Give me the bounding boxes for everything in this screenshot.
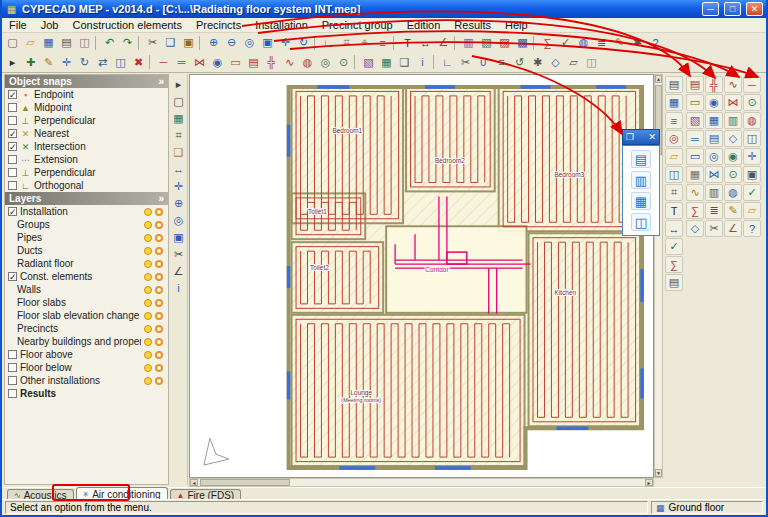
measure-icon[interactable]: ∠ (435, 35, 452, 51)
help-icon[interactable]: ? (647, 35, 664, 51)
evaporator-icon[interactable]: ◉ (724, 148, 742, 165)
emitter-icon[interactable]: ◍ (299, 54, 316, 70)
maximize-button[interactable]: □ (724, 2, 741, 16)
wiring-icon[interactable]: ∿ (686, 184, 704, 201)
layer-visibility-dot[interactable] (155, 221, 163, 229)
layer-color-dot[interactable] (144, 273, 152, 281)
scroll-left-button[interactable]: ◄ (190, 479, 198, 486)
layer-color-dot[interactable] (144, 377, 152, 385)
angle-tool-icon[interactable]: ∠ (171, 263, 187, 279)
layer-checkbox[interactable]: ✓ (8, 207, 17, 216)
drawing-icon[interactable]: ✎ (724, 202, 742, 219)
layer-color-dot[interactable] (144, 286, 152, 294)
layer-manager-icon[interactable]: ≡ (665, 112, 683, 129)
object-snap-row[interactable]: ∟Orthogonal (5, 179, 168, 192)
horizontal-scroll-thumb[interactable] (200, 479, 290, 486)
redraw-icon[interactable]: ↻ (295, 35, 312, 51)
object-snap-row[interactable]: ▲Midpoint (5, 101, 168, 114)
layer-visibility-dot[interactable] (155, 299, 163, 307)
select-icon[interactable]: ▸ (4, 54, 21, 70)
manifold-icon[interactable]: ╬ (263, 54, 280, 70)
unit-option-2-icon[interactable]: ▥ (631, 171, 651, 189)
object-snap-row[interactable]: ⋯Extension (5, 153, 168, 166)
drawing-canvas[interactable]: Bedroom1Bedroom2Bedroom3Toilet1Toilet2Co… (189, 74, 654, 478)
texts-icon[interactable]: T (665, 202, 683, 219)
zone-icon[interactable]: ▧ (686, 112, 704, 129)
check-icon[interactable]: ✓ (557, 35, 574, 51)
layer-visibility-dot[interactable] (155, 247, 163, 255)
precincts-icon[interactable]: ▧ (478, 35, 495, 51)
condenser-icon[interactable]: ◎ (705, 148, 723, 165)
minimize-button[interactable]: ─ (702, 2, 719, 16)
layer-row[interactable]: Groups (5, 218, 168, 231)
layer-row[interactable]: Floor slabs (5, 296, 168, 309)
move-icon[interactable]: ✛ (58, 54, 75, 70)
duct-icon[interactable]: ═ (173, 54, 190, 70)
layer-color-dot[interactable] (144, 234, 152, 242)
check-icon[interactable]: ✓ (743, 184, 761, 201)
layer-color-dot[interactable] (144, 208, 152, 216)
preview-icon[interactable]: ◫ (76, 35, 93, 51)
grid-icon[interactable]: ⌗ (338, 35, 355, 51)
scroll-down-button[interactable]: ▼ (655, 469, 662, 477)
layer-row[interactable]: Ducts (5, 244, 168, 257)
snap-checkbox[interactable]: ✓ (8, 142, 17, 151)
object-snap-row[interactable]: ⊥Perpendicular (5, 114, 168, 127)
sections-icon[interactable]: ▱ (565, 54, 582, 70)
menu-help[interactable]: Help (498, 19, 535, 31)
results-icon[interactable]: ◍ (575, 35, 592, 51)
dimension-tool-icon[interactable]: ↔ (171, 161, 187, 177)
add-element-icon[interactable]: ✚ (22, 54, 39, 70)
radiant-floor-icon[interactable]: ▤ (686, 76, 704, 93)
layer-color-dot[interactable] (144, 351, 152, 359)
thermostat-icon[interactable]: ⊙ (335, 54, 352, 70)
diffuser-icon[interactable]: ◇ (724, 130, 742, 147)
menu-construction-elements[interactable]: Construction elements (65, 19, 188, 31)
split-unit-icon[interactable]: ▭ (686, 148, 704, 165)
select-cursor-icon[interactable]: ▸ (171, 76, 187, 92)
pan-icon[interactable]: ✛ (277, 35, 294, 51)
object-snaps-header[interactable]: Object snaps » (5, 75, 168, 88)
snap-checkbox[interactable] (8, 155, 17, 164)
measure-icon[interactable]: ∠ (724, 220, 742, 237)
grid-icon[interactable]: ⌗ (665, 184, 683, 201)
layer-row[interactable]: Nearby buildings and property lim... (5, 335, 168, 348)
text-icon[interactable]: T (399, 35, 416, 51)
zoom-previous-icon[interactable]: ◎ (241, 35, 258, 51)
layer-checkbox[interactable] (8, 376, 17, 385)
chevron-right-icon[interactable]: » (158, 193, 164, 204)
current-floor-cell[interactable]: ▦ Ground floor (651, 501, 763, 514)
redo-icon[interactable]: ↷ (119, 35, 136, 51)
layer-row[interactable]: Floor below (5, 361, 168, 374)
open-icon[interactable]: ▱ (22, 35, 39, 51)
layer-color-dot[interactable] (144, 312, 152, 320)
controller-icon[interactable]: ▣ (743, 166, 761, 183)
layer-row[interactable]: Walls (5, 283, 168, 296)
circuit-icon[interactable]: ∿ (724, 76, 742, 93)
layer-color-dot[interactable] (144, 338, 152, 346)
calculate-icon[interactable]: ∑ (686, 202, 704, 219)
zone-icon[interactable]: ▧ (360, 54, 377, 70)
delete-icon[interactable]: ✖ (130, 54, 147, 70)
dimensions-icon[interactable]: ↔ (665, 220, 683, 237)
panel-icon[interactable]: ▥ (705, 184, 723, 201)
section-cut-icon[interactable]: ✂ (171, 246, 187, 262)
layer-row[interactable]: Precincts (5, 322, 168, 335)
pump-icon[interactable]: ◉ (705, 94, 723, 111)
help-icon[interactable]: ? (743, 220, 761, 237)
duct-icon[interactable]: ═ (686, 130, 704, 147)
import-dxf-icon[interactable]: ▱ (665, 148, 683, 165)
schedule-icon[interactable]: ▦ (705, 112, 723, 129)
layer-checkbox[interactable] (8, 389, 17, 398)
menu-results[interactable]: Results (447, 19, 498, 31)
menu-installation[interactable]: Installation (248, 19, 315, 31)
sensor-icon[interactable]: ⊙ (724, 166, 742, 183)
snap-checkbox[interactable]: ✓ (8, 90, 17, 99)
snap-checkbox[interactable] (8, 103, 17, 112)
layer-color-dot[interactable] (144, 247, 152, 255)
emitter-icon[interactable]: ◍ (743, 112, 761, 129)
mirror-icon[interactable]: ⇄ (94, 54, 111, 70)
object-snap-row[interactable]: ✓✕Nearest (5, 127, 168, 140)
layer-color-dot[interactable] (144, 325, 152, 333)
layer-visibility-dot[interactable] (155, 208, 163, 216)
